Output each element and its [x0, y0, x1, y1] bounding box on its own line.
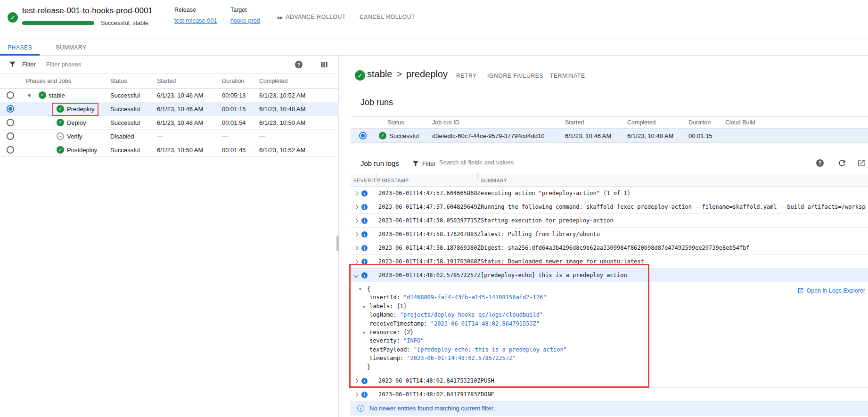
json-key: resource [369, 329, 400, 335]
tab-phases[interactable]: PHASES [0, 39, 40, 56]
job-row-predeploy[interactable]: Predeploy Successful 6/1/23, 10:46 AM 00… [0, 102, 339, 116]
info-severity-icon [361, 190, 368, 196]
log-entry-row[interactable]: 2023-06-01T14:47:58.176207883Z latest: P… [350, 228, 868, 241]
radio-job-run-selected[interactable] [359, 132, 367, 139]
expand-chevron-icon[interactable] [354, 219, 359, 223]
expand-chevron-icon[interactable] [354, 232, 359, 237]
success-icon [39, 91, 46, 99]
expand-chevron-icon[interactable] [354, 246, 359, 251]
terminate-button[interactable]: TERMINATE [550, 73, 585, 79]
breadcrumb: stable>predeploy [367, 69, 448, 80]
log-entry-json-detail: { insertId"d1468809-faf4-43fb-a145-14108… [350, 282, 868, 374]
release-link[interactable]: test-release-001 [174, 17, 217, 24]
log-timestamp: 2023-06-01T14:47:58.050397715Z [378, 217, 481, 224]
job-row-postdeploy[interactable]: Postdeploy Successful 6/1/23, 10:50 AM 0… [0, 143, 339, 157]
expand-chevron-icon[interactable] [354, 260, 359, 264]
target-link[interactable]: hooks-prod [230, 17, 260, 24]
scrollbar-thumb[interactable] [336, 236, 339, 251]
json-key: severity [369, 337, 400, 344]
rollout-progress-bar [22, 21, 94, 25]
expand-chevron-icon[interactable] [354, 191, 359, 196]
log-summary: latest: Pulling from library/ubuntu [481, 231, 866, 237]
job-status: Successful [110, 147, 140, 154]
log-summary: Starting execution for predeploy-action [481, 217, 866, 224]
json-line: { [350, 286, 868, 294]
log-timestamp: 2023-06-01T14:48:02.578572257Z [378, 272, 481, 278]
phase-name: stable [49, 92, 65, 99]
job-status: Successful [110, 106, 140, 113]
release-label: Release [174, 7, 217, 13]
logs-search-input[interactable] [439, 159, 642, 166]
job-duration: 00:01:45 [222, 147, 246, 154]
column-duration: Duration [222, 78, 244, 84]
cancel-rollout-button[interactable]: CANCEL ROLLOUT [360, 14, 415, 20]
job-duration: 00:01:15 [222, 106, 246, 113]
info-severity-icon [361, 272, 368, 278]
ignore-failures-button[interactable]: IGNORE FAILURES [487, 73, 543, 79]
json-line: } [350, 364, 868, 372]
open-in-new-icon[interactable] [857, 159, 866, 167]
json-line: textPayload"[predeploy-echo] this is a p… [350, 346, 868, 355]
success-icon [57, 119, 64, 126]
job-row-verify[interactable]: Verify Disabled — — — [0, 130, 339, 143]
radio-postdeploy[interactable] [7, 146, 14, 154]
json-value: "2023-06-01T14:48:02.578572257Z" [407, 355, 516, 361]
job-runs-title: Job runs [360, 98, 393, 107]
column-phases-and-jobs: Phases and Jobs [26, 78, 71, 84]
radio-verify[interactable] [7, 132, 14, 140]
expand-chevron-icon[interactable] [354, 378, 359, 383]
tab-summary[interactable]: SUMMARY [48, 39, 94, 56]
log-summary: DONE [481, 391, 866, 398]
open-in-logs-explorer-link[interactable]: Open in Logs Explorer [797, 287, 865, 294]
log-summary: Running the following command: skaffold … [481, 204, 866, 210]
log-summary: [predeploy-echo] this is a predeploy act… [481, 272, 866, 278]
log-entry-row[interactable]: 2023-06-01T14:47:58.191703068Z Status: D… [350, 255, 868, 269]
log-timestamp: 2023-06-01T14:47:58.187869380Z [378, 245, 481, 251]
job-completed: — [259, 133, 265, 140]
advance-rollout-button[interactable]: ADVANCE ROLLOUT [278, 14, 346, 20]
success-icon [57, 105, 64, 113]
disabled-icon [57, 132, 64, 140]
retry-button[interactable]: RETRY [456, 73, 477, 79]
json-key: textPayload [369, 346, 410, 353]
log-entry-row[interactable]: 2023-06-01T14:47:57.604829649Z Running t… [350, 200, 868, 214]
job-row-deploy[interactable]: Deploy Successful 6/1/23, 10:48 AM 00:01… [0, 116, 339, 130]
json-open-brace: { [367, 286, 370, 292]
column-display-icon[interactable] [320, 60, 328, 69]
expand-arrow-icon[interactable] [363, 329, 366, 335]
expand-chevron-icon[interactable] [354, 205, 359, 210]
json-value: "[predeploy-echo] this is a predeploy ac… [414, 346, 567, 353]
column-started: Started [565, 119, 584, 126]
refresh-icon[interactable] [837, 158, 847, 168]
collapse-chevron-icon[interactable] [354, 273, 359, 278]
log-entry-row[interactable]: 2023-06-01T14:48:02.841753210Z PUSH [350, 374, 868, 388]
help-icon[interactable] [295, 61, 303, 68]
job-run-row[interactable]: Successful d3efedfc-60c7-44ce-9579-37794… [351, 129, 868, 143]
log-entry-row[interactable]: 2023-06-01T14:48:02.841791783Z DONE [350, 388, 868, 401]
log-entry-row[interactable]: 2023-06-01T14:47:58.050397715Z Starting … [350, 214, 868, 228]
radio-predeploy-selected[interactable] [7, 105, 14, 113]
success-icon [57, 146, 64, 154]
collapse-arrow-icon[interactable] [28, 92, 31, 99]
phase-row-stable[interactable]: stable Successful 6/1/23, 10:46 AM 00:05… [0, 89, 339, 102]
collapse-arrow-icon[interactable] [359, 286, 362, 292]
expand-arrow-icon[interactable] [363, 303, 366, 310]
rollout-status-text: Successful: stable [101, 20, 148, 26]
info-severity-icon [361, 218, 368, 224]
log-entry-row[interactable]: 2023-06-01T14:47:58.187869380Z Digest: s… [350, 241, 868, 255]
help-icon[interactable] [816, 159, 824, 167]
json-line: logName"projects/deploy-hooks-qs/logs/cl… [350, 311, 868, 320]
json-line: labels{1} [350, 303, 868, 311]
expand-chevron-icon[interactable] [354, 392, 359, 397]
log-entry-row[interactable]: 2023-06-01T14:47:57.604665868Z executing… [350, 187, 868, 200]
job-runs-table: Status Job run ID Started Completed Dura… [351, 116, 868, 143]
log-timestamp: 2023-06-01T14:48:02.841791783Z [378, 391, 481, 398]
log-entry-row-expanded[interactable]: 2023-06-01T14:48:02.578572257Z [predeplo… [350, 269, 868, 282]
radio-deploy[interactable] [7, 119, 14, 126]
radio-stable[interactable] [7, 91, 14, 99]
no-newer-entries-banner: No newer entries found matching current … [350, 401, 868, 416]
phases-filter-input[interactable] [46, 61, 202, 68]
job-completed: 6/1/23, 10:48 AM [259, 106, 305, 113]
column-completed: Completed [627, 119, 655, 126]
log-summary: executing action "predeploy-action" (1 o… [481, 190, 866, 196]
